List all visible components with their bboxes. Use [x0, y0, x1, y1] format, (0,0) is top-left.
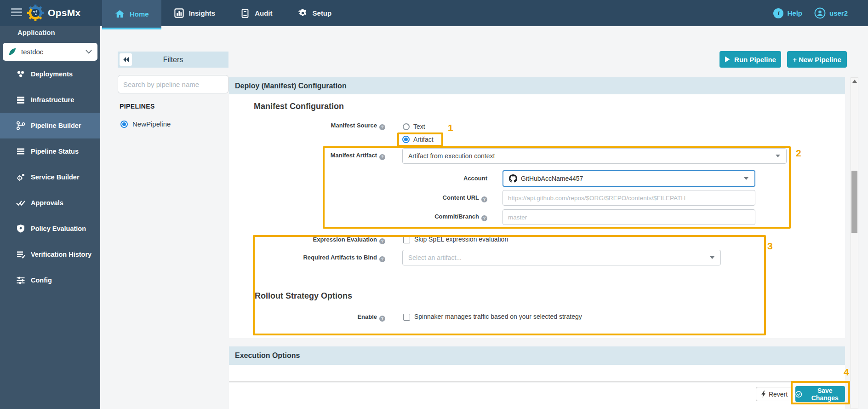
- scrollbar-up-arrow[interactable]: [852, 80, 857, 83]
- sidebar-item-label: Service Builder: [31, 173, 80, 181]
- help-icon[interactable]: ?: [379, 124, 385, 130]
- username-label: user2: [829, 9, 848, 17]
- help-button[interactable]: i Help: [773, 8, 802, 18]
- pipeline-radio[interactable]: [120, 121, 128, 128]
- sidebar-item-pipeline-status[interactable]: Pipeline Status: [0, 138, 100, 164]
- revert-label: Revert: [769, 391, 788, 398]
- help-label: Help: [787, 9, 802, 17]
- sidebar-item-pipeline-builder[interactable]: Pipeline Builder: [0, 113, 100, 138]
- sidebar-item-label: Deployments: [31, 70, 73, 78]
- scrollbar-track[interactable]: [851, 77, 858, 409]
- required-artifacts-placeholder: Select an artifact...: [408, 254, 462, 261]
- tab-setup[interactable]: Setup: [285, 0, 344, 26]
- help-icon[interactable]: ?: [481, 215, 487, 221]
- chevron-down-icon: [86, 50, 92, 54]
- check-circle-icon: [795, 391, 802, 398]
- top-navbar: OpsMx Home Insights: [0, 0, 868, 26]
- manifest-config-body: Manifest Configuration Manifest Source? …: [229, 94, 845, 338]
- sidebar-item-approvals[interactable]: Approvals: [0, 190, 100, 216]
- pipeline-search-input[interactable]: [118, 75, 228, 93]
- skip-spel-checkbox[interactable]: [403, 236, 410, 243]
- user-menu[interactable]: user2: [814, 7, 848, 19]
- sidebar-item-verification-history[interactable]: Verification History: [0, 242, 100, 267]
- sidebar-item-label: Pipeline Builder: [31, 122, 81, 129]
- tab-audit[interactable]: Audit: [228, 0, 285, 26]
- selected-application: testdoc: [21, 48, 81, 56]
- save-changes-label: Save Changes: [805, 387, 845, 402]
- help-icon[interactable]: ?: [379, 316, 385, 322]
- sidebar-item-infrastructure[interactable]: Infrastructure: [0, 87, 100, 113]
- hamburger-menu-icon[interactable]: [11, 8, 23, 17]
- sidebar-item-label: Verification History: [31, 251, 91, 258]
- commit-branch-label: Commit/Branch?: [229, 213, 487, 221]
- tab-home[interactable]: Home: [102, 0, 161, 29]
- run-pipeline-button[interactable]: Run Pipeline: [720, 51, 781, 68]
- execution-options-heading: Execution Options: [229, 346, 845, 365]
- enable-label: Enable?: [229, 313, 385, 322]
- pipeline-name: NewPipeline: [132, 120, 171, 128]
- run-pipeline-label: Run Pipeline: [734, 56, 776, 63]
- tab-insights[interactable]: Insights: [161, 0, 228, 26]
- save-changes-button[interactable]: Save Changes: [795, 386, 845, 402]
- application-selector[interactable]: testdoc: [3, 43, 97, 61]
- stage-config-panel: Deploy (Manifest) Configuration Manifest…: [229, 77, 845, 409]
- manifest-source-label: Manifest Source?: [229, 122, 385, 130]
- sidebar-item-config[interactable]: Config: [0, 267, 100, 293]
- verification-history-icon: [16, 249, 26, 259]
- brand-name: OpsMx: [48, 7, 81, 18]
- github-icon: [509, 174, 517, 183]
- account-select[interactable]: GitHubAccName4457: [503, 170, 755, 187]
- main-tabs: Home Insights Audit: [102, 0, 344, 26]
- sidebar-item-label: Infrastructure: [31, 96, 74, 104]
- help-icon[interactable]: ?: [481, 196, 487, 202]
- tab-label: Insights: [189, 9, 216, 17]
- application-section-label: Application: [17, 29, 55, 36]
- pipeline-builder-icon: [16, 121, 26, 131]
- help-icon: i: [773, 8, 783, 18]
- policy-evaluation-icon: [16, 224, 26, 234]
- play-icon: [725, 56, 730, 63]
- app-screen: OpsMx Home Insights: [0, 0, 868, 409]
- help-icon[interactable]: ?: [379, 256, 385, 262]
- manifest-source-artifact-option[interactable]: Artifact: [413, 136, 434, 143]
- content-url-input[interactable]: [503, 190, 755, 206]
- caret-down-icon: [776, 155, 780, 157]
- manifest-source-artifact-radio[interactable]: [402, 136, 410, 143]
- revert-button[interactable]: Revert: [756, 387, 793, 401]
- sidebar-item-policy-evaluation[interactable]: Policy Evaluation: [0, 216, 100, 242]
- manifest-artifact-select[interactable]: Artifact from execution context: [402, 148, 787, 164]
- required-artifacts-select[interactable]: Select an artifact...: [402, 250, 721, 265]
- infrastructure-icon: [16, 95, 26, 105]
- rollout-enable-checkbox-label[interactable]: Spinnaker manages traffic based on your …: [414, 313, 582, 320]
- manifest-source-text-radio[interactable]: [403, 123, 410, 130]
- sidebar-item-service-builder[interactable]: Service Builder: [0, 164, 100, 190]
- commit-branch-input[interactable]: [503, 209, 755, 225]
- caret-down-icon: [744, 177, 748, 180]
- collapse-filters-button[interactable]: [120, 53, 132, 66]
- pipeline-list-item: NewPipeline: [120, 120, 171, 128]
- help-icon[interactable]: ?: [379, 154, 385, 160]
- sidebar-item-label: Config: [31, 277, 52, 284]
- panel-footer: Revert Save Changes: [229, 383, 845, 409]
- sidebar-nav: Deployments Infrastructure Pipeline Buil…: [0, 61, 100, 293]
- manifest-configuration-heading: Manifest Configuration: [254, 102, 344, 111]
- opsmx-gear-icon: [27, 4, 44, 22]
- sidebar: Application testdoc Deployments: [0, 26, 100, 409]
- insights-icon: [174, 8, 184, 18]
- app-leaf-icon: [8, 47, 17, 56]
- sidebar-item-label: Policy Evaluation: [31, 225, 86, 232]
- rollout-enable-checkbox[interactable]: [403, 314, 410, 321]
- new-pipeline-button[interactable]: + New Pipeline: [787, 51, 847, 68]
- pipelines-heading: PIPELINES: [120, 103, 155, 110]
- skip-spel-checkbox-label[interactable]: Skip SpEL expression evaluation: [414, 236, 508, 243]
- manifest-artifact-label: Manifest Artifact?: [229, 152, 385, 160]
- scrollbar-thumb[interactable]: [851, 171, 857, 233]
- sidebar-item-deployments[interactable]: Deployments: [0, 61, 100, 87]
- manifest-source-text-option[interactable]: Text: [413, 123, 425, 130]
- help-icon[interactable]: ?: [379, 238, 385, 244]
- content-url-label: Content URL?: [229, 194, 487, 202]
- tab-label: Home: [130, 10, 149, 18]
- service-builder-icon: [16, 172, 26, 182]
- bolt-icon: [761, 391, 766, 397]
- sidebar-item-label: Approvals: [31, 199, 63, 207]
